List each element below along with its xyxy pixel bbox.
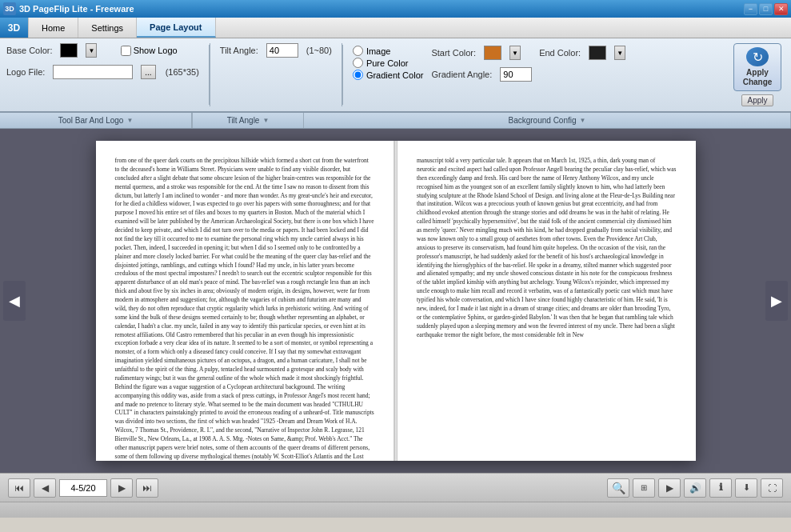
book-container: from one of the queer dark courts on the… xyxy=(96,141,696,461)
tilt-angle-label: Tilt Angle: xyxy=(220,46,258,55)
fullscreen-button[interactable]: ⛶ xyxy=(761,478,783,498)
gradient-angle-input[interactable] xyxy=(500,67,532,82)
radio-image[interactable] xyxy=(353,46,363,56)
section-tilt-label: Tilt Angle ▼ xyxy=(192,113,304,128)
section-labels-row: Tool Bar And Logo ▼ Tilt Angle ▼ Backgro… xyxy=(0,113,791,129)
last-page-button[interactable]: ⏭ xyxy=(136,478,158,498)
show-logo-checkbox[interactable] xyxy=(121,46,131,56)
logo-file-input[interactable] xyxy=(53,65,133,79)
radio-image-label[interactable]: Image xyxy=(353,46,424,56)
apply-icon: ↻ xyxy=(746,47,769,66)
sound-button[interactable]: 🔊 xyxy=(684,478,706,498)
zoom-in-button[interactable]: 🔍 xyxy=(607,478,629,498)
tilt-range-label: (1~80) xyxy=(306,46,332,55)
prev-page-button[interactable]: ◀ xyxy=(34,478,56,498)
gradient-angle-label: Gradient Angle: xyxy=(431,70,492,79)
book-page-left: from one of the queer dark courts on the… xyxy=(96,141,395,461)
main-area: ◀ from one of the queer dark courts on t… xyxy=(0,129,791,473)
prev-page-arrow[interactable]: ◀ xyxy=(3,281,26,321)
logo-size-label: (165*35) xyxy=(166,67,199,77)
radio-pure[interactable] xyxy=(353,58,363,68)
status-bar xyxy=(0,502,791,518)
info-button[interactable]: ℹ xyxy=(709,478,732,498)
base-color-swatch[interactable] xyxy=(60,43,78,58)
tilt-angle-input[interactable]: 40 xyxy=(266,43,298,58)
fit-page-button[interactable]: ⊞ xyxy=(633,478,655,498)
apply-change-button[interactable]: ↻ ApplyChange xyxy=(733,43,781,91)
radio-gradient-label[interactable]: Gradient Color xyxy=(353,70,424,80)
radio-gradient[interactable] xyxy=(353,70,363,80)
base-color-dropdown[interactable]: ▼ xyxy=(86,43,97,58)
restore-button[interactable]: □ xyxy=(759,3,773,15)
minimize-button[interactable]: − xyxy=(744,3,757,15)
menu-bar: 3D Home Settings Page Layout xyxy=(0,18,791,38)
tilt-section: Tilt Angle: 40 (1~80) xyxy=(210,43,342,106)
bg-radio-group: Image Pure Color Gradient Color xyxy=(353,43,424,106)
section-toolbar-label: Tool Bar And Logo ▼ xyxy=(0,113,192,128)
expand-icon-tilt: ▼ xyxy=(262,117,269,124)
bottom-bar: ⏮ ◀ 4-5/20 ▶ ⏭ 🔍 ⊞ ▶ 🔊 ℹ ⬇ ⛶ xyxy=(0,473,791,502)
page-indicator: 4-5/20 xyxy=(59,479,107,497)
expand-icon-bg: ▼ xyxy=(580,117,586,124)
next-page-button[interactable]: ▶ xyxy=(110,478,133,498)
end-color-label: End Color: xyxy=(539,48,581,58)
browse-button[interactable]: ... xyxy=(141,65,155,79)
tab-3d[interactable]: 3D xyxy=(0,18,29,38)
apply-change-label: ApplyChange xyxy=(743,68,773,87)
apply-button[interactable]: Apply xyxy=(741,94,773,106)
expand-icon-toolbar: ▼ xyxy=(126,117,133,124)
start-color-label: Start Color: xyxy=(431,48,476,58)
show-logo-checkbox-label[interactable]: Show Logo xyxy=(121,46,178,56)
download-button[interactable]: ⬇ xyxy=(735,478,757,498)
toolbar-panel: Base Color: ▼ Show Logo Logo File: ... (… xyxy=(0,38,791,113)
end-color-dropdown[interactable]: ▼ xyxy=(614,46,625,60)
bottom-tools: 🔍 ⊞ ▶ 🔊 ℹ ⬇ ⛶ xyxy=(607,478,783,498)
tab-page-layout[interactable]: Page Layout xyxy=(137,18,215,38)
right-page-text: manuscript told a very particular tale. … xyxy=(417,157,677,339)
section-bg-label: Background Config ▼ xyxy=(304,113,791,128)
start-color-dropdown[interactable]: ▼ xyxy=(509,46,521,60)
left-page-text: from one of the queer dark courts on the… xyxy=(115,157,375,461)
window-title: 3D PageFlip Lite - Freeware xyxy=(19,4,134,14)
app-icon: 3D xyxy=(3,2,16,15)
start-color-swatch[interactable] xyxy=(484,46,501,60)
base-color-label: Base Color: xyxy=(6,46,52,55)
book-page-right: manuscript told a very particular tale. … xyxy=(397,141,696,461)
next-page-arrow[interactable]: ▶ xyxy=(765,281,788,321)
tab-settings[interactable]: Settings xyxy=(78,18,137,38)
close-button[interactable]: ✕ xyxy=(774,3,788,15)
title-bar: 3D 3D PageFlip Lite - Freeware − □ ✕ xyxy=(0,0,791,18)
radio-pure-label[interactable]: Pure Color xyxy=(353,58,424,68)
tab-home[interactable]: Home xyxy=(29,18,78,38)
end-color-swatch[interactable] xyxy=(589,46,606,60)
page-navigation: ⏮ ◀ 4-5/20 ▶ ⏭ xyxy=(8,478,158,498)
first-page-button[interactable]: ⏮ xyxy=(8,478,30,498)
window-controls: − □ ✕ xyxy=(744,3,788,15)
play-button[interactable]: ▶ xyxy=(658,478,681,498)
logo-file-label: Logo File: xyxy=(6,67,45,77)
